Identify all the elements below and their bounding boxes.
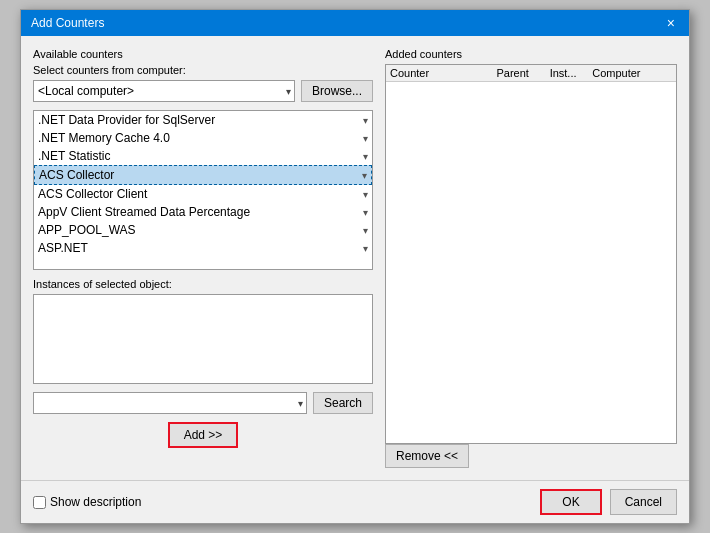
search-input-wrapper[interactable] [33,392,307,414]
chevron-down-icon: ▾ [363,189,368,200]
title-bar: Add Counters × [21,10,689,36]
col-header-computer: Computer [592,67,672,79]
instances-label: Instances of selected object: [33,278,373,290]
list-item[interactable]: .NET Statistic ▾ [34,147,372,165]
added-counters-table: Counter Parent Inst... Computer [385,64,677,444]
chevron-down-icon: ▾ [363,207,368,218]
computer-select-wrapper[interactable]: <Local computer> [33,80,295,102]
ok-button[interactable]: OK [540,489,601,515]
left-panel: Available counters Select counters from … [33,48,373,468]
col-header-parent: Parent [496,67,549,79]
available-counters-label: Available counters [33,48,373,60]
list-item[interactable]: APP_POOL_WAS ▾ [34,221,372,239]
right-panel: Added counters Counter Parent Inst... Co… [385,48,677,468]
add-counters-dialog: Add Counters × Available counters Select… [20,9,690,524]
dialog-title: Add Counters [31,16,104,30]
dialog-body: Available counters Select counters from … [21,36,689,480]
chevron-down-icon: ▾ [363,243,368,254]
list-item[interactable]: .NET Memory Cache 4.0 ▾ [34,129,372,147]
added-counters-label: Added counters [385,48,677,60]
search-button[interactable]: Search [313,392,373,414]
col-header-counter: Counter [390,67,496,79]
chevron-down-icon: ▾ [363,151,368,162]
list-item-acs-collector[interactable]: ACS Collector ▾ [34,165,372,185]
remove-button[interactable]: Remove << [385,444,469,468]
close-button[interactable]: × [663,16,679,30]
browse-button[interactable]: Browse... [301,80,373,102]
show-description-label: Show description [50,495,141,509]
chevron-down-icon: ▾ [363,115,368,126]
chevron-down-icon: ▾ [363,225,368,236]
select-from-label: Select counters from computer: [33,64,373,76]
table-header: Counter Parent Inst... Computer [386,65,676,82]
col-header-inst: Inst... [550,67,593,79]
computer-select[interactable]: <Local computer> [33,80,295,102]
remove-section: Remove << [385,444,677,468]
counter-list-box[interactable]: .NET Data Provider for SqlServer ▾ .NET … [33,110,373,270]
add-button[interactable]: Add >> [168,422,239,448]
dialog-footer: Show description OK Cancel [21,480,689,523]
add-row: Add >> [33,422,373,448]
footer-buttons: OK Cancel [540,489,677,515]
computer-select-row: <Local computer> Browse... [33,80,373,102]
cancel-button[interactable]: Cancel [610,489,677,515]
instances-box [33,294,373,384]
search-row: Search [33,392,373,414]
show-description-checkbox[interactable] [33,496,46,509]
show-description-section: Show description [33,495,141,509]
chevron-down-icon: ▾ [362,170,367,181]
list-item[interactable]: .NET Data Provider for SqlServer ▾ [34,111,372,129]
list-item[interactable]: AppV Client Streamed Data Percentage ▾ [34,203,372,221]
chevron-down-icon: ▾ [363,133,368,144]
list-item[interactable]: ACS Collector Client ▾ [34,185,372,203]
list-item[interactable]: ASP.NET ▾ [34,239,372,257]
search-input[interactable] [33,392,307,414]
